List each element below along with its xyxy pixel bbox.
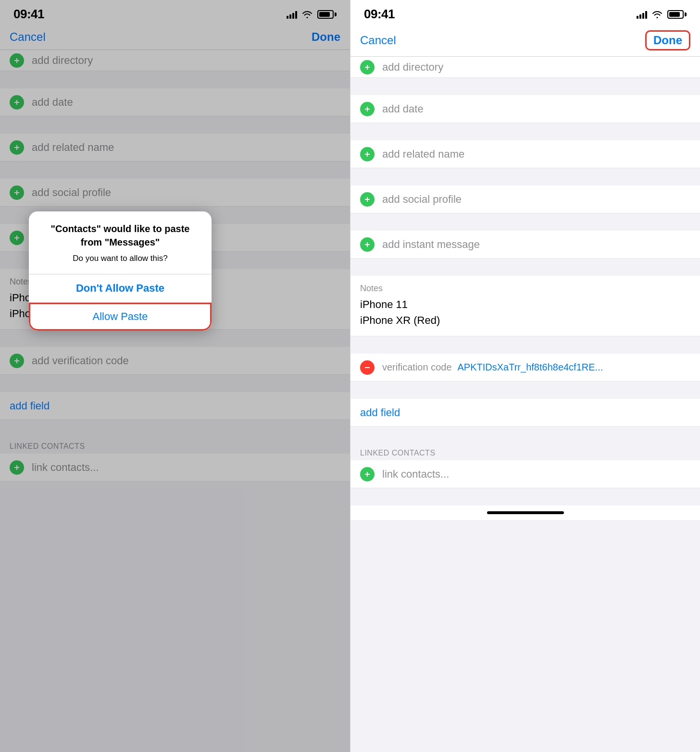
link-contacts-row-left[interactable]: link contacts... [0, 454, 350, 481]
svg-rect-1 [14, 60, 19, 61]
linked-contacts-header-right: LINKED CONTACTS [350, 444, 700, 460]
add-date-label-left: add date [32, 96, 73, 109]
add-related-icon-right [360, 147, 375, 161]
add-social-row-right[interactable]: add social profile [350, 185, 700, 213]
separator-right-3 [350, 168, 700, 185]
time-left: 09:41 [13, 7, 44, 22]
separator-right-8 [350, 427, 700, 444]
add-related-row-left[interactable]: add related name [0, 134, 350, 161]
separator-right-5 [350, 259, 700, 276]
right-panel: 09:41 Cancel Done [350, 0, 700, 752]
separator-left-8 [0, 420, 350, 437]
add-field-label-right: add field [360, 407, 400, 419]
add-social-icon-right [360, 192, 375, 207]
alert-title: "Contacts" would like to paste from "Mes… [40, 222, 200, 249]
svg-rect-3 [14, 102, 19, 103]
verification-value-right: APKTIDsXaTrr_hf8t6h8e4cf1RE... [458, 362, 603, 373]
add-instant-label-right: add instant message [382, 238, 480, 251]
svg-rect-9 [14, 237, 19, 238]
separator-left-2 [0, 116, 350, 134]
link-contacts-label-left: link contacts... [32, 461, 99, 474]
verification-row-right[interactable]: verification code APKTIDsXaTrr_hf8t6h8e4… [350, 354, 700, 382]
add-icon-partial-right [360, 60, 375, 74]
wifi-icon-left [302, 11, 312, 18]
svg-rect-11 [14, 360, 19, 361]
add-social-label-right: add social profile [382, 193, 462, 206]
separator-left-1 [0, 71, 350, 88]
separator-right-9 [350, 488, 700, 505]
home-bar-right [487, 511, 564, 514]
link-contacts-label-right: link contacts... [382, 468, 449, 481]
linked-contacts-header-left: LINKED CONTACTS [0, 437, 350, 454]
status-icons-left [287, 10, 337, 19]
battery-icon-right [667, 10, 687, 19]
linked-contacts-title-right: LINKED CONTACTS [360, 449, 436, 457]
add-verification-row-left[interactable]: add verification code [0, 347, 350, 375]
content-right: add directory add date add related name … [350, 57, 700, 752]
svg-rect-17 [365, 109, 370, 110]
svg-rect-7 [14, 192, 19, 193]
link-contacts-icon-right [360, 467, 375, 481]
signal-icon-left [287, 10, 297, 19]
nav-bar-left: Cancel Done [0, 26, 350, 50]
add-date-row-right[interactable]: add date [350, 95, 700, 123]
nav-bar-right: Cancel Done [350, 26, 700, 57]
partial-row-left: add directory [0, 50, 350, 71]
separator-right-1 [350, 78, 700, 95]
svg-rect-13 [14, 467, 19, 468]
partial-label-left: add directory [32, 54, 93, 67]
cancel-button-left[interactable]: Cancel [10, 30, 46, 44]
add-date-label-right: add date [382, 103, 424, 115]
separator-left-3 [0, 161, 350, 179]
add-date-icon-left [10, 95, 24, 110]
add-social-row-left[interactable]: add social profile [0, 179, 350, 207]
add-field-row-left[interactable]: add field [0, 392, 350, 420]
add-date-row-left[interactable]: add date [0, 88, 350, 116]
add-related-label-left: add related name [32, 141, 114, 154]
separator-right-2 [350, 123, 700, 140]
status-icons-right [637, 10, 687, 19]
partial-row-right: add directory [350, 57, 700, 78]
add-social-icon-left [10, 185, 24, 200]
home-indicator-right [350, 505, 700, 520]
left-panel: 09:41 Cancel Done [0, 0, 350, 752]
notes-line1-right: iPhone 11 [360, 296, 690, 312]
add-date-icon-right [360, 102, 375, 116]
notes-title-right: Notes [360, 284, 690, 294]
remove-verification-icon-right [360, 360, 375, 375]
add-icon-partial-left [10, 53, 24, 68]
signal-icon-right [637, 10, 647, 19]
link-contacts-row-right[interactable]: link contacts... [350, 460, 700, 488]
svg-rect-21 [365, 199, 370, 200]
link-contacts-icon-left [10, 460, 24, 475]
add-instant-icon-right [360, 237, 375, 252]
notes-content-right: iPhone 11 iPhone XR (Red) [360, 296, 690, 328]
svg-rect-5 [14, 147, 19, 148]
add-verification-icon-left [10, 354, 24, 368]
alert-dialog: "Contacts" would like to paste from "Mes… [29, 211, 212, 331]
cancel-button-right[interactable]: Cancel [360, 34, 396, 47]
alert-message: Do you want to allow this? [40, 253, 200, 264]
svg-rect-26 [365, 474, 370, 475]
separator-left-6 [0, 330, 350, 347]
battery-icon-left [317, 10, 337, 19]
separator-left-7 [0, 375, 350, 392]
add-field-label-left: add field [10, 400, 50, 412]
add-field-row-right[interactable]: add field [350, 399, 700, 427]
add-instant-row-right[interactable]: add instant message [350, 231, 700, 259]
add-related-row-right[interactable]: add related name [350, 140, 700, 168]
alert-body: "Contacts" would like to paste from "Mes… [29, 211, 212, 264]
time-right: 09:41 [364, 7, 395, 22]
separator-right-7 [350, 382, 700, 399]
notes-section-right: Notes iPhone 11 iPhone XR (Red) [350, 276, 700, 336]
add-verification-label-left: add verification code [32, 355, 129, 367]
add-related-icon-left [10, 140, 24, 155]
dont-allow-paste-button[interactable]: Don't Allow Paste [29, 274, 212, 302]
verification-label-right: verification code [382, 362, 452, 373]
done-button-right[interactable]: Done [645, 30, 690, 50]
allow-paste-button[interactable]: Allow Paste [29, 303, 212, 331]
content-left: add directory add date add related name … [0, 50, 350, 752]
svg-rect-19 [365, 154, 370, 155]
done-button-left[interactable]: Done [312, 30, 340, 44]
svg-rect-15 [365, 67, 370, 68]
